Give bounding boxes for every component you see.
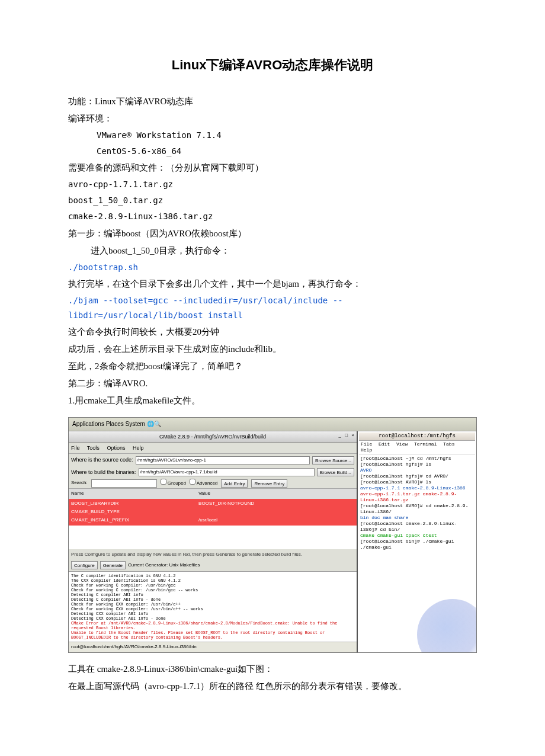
add-entry-button[interactable]: Add Entry	[221, 479, 248, 488]
configure-button[interactable]: Configure	[71, 561, 98, 569]
caption-tool-path: 工具在 cmake-2.8.9-Linux-i386\bin\cmake-gui…	[68, 661, 477, 677]
cmd-bjam: ./bjam --toolset=gcc --includedir=/usr/l…	[68, 293, 477, 323]
step1-time: 这个命令执行时间较长，大概要20分钟	[68, 324, 477, 340]
terminal-menubar[interactable]: File Edit View Terminal Tabs Help	[359, 441, 475, 454]
remove-entry-button[interactable]: Remove Entry	[251, 479, 287, 488]
menu-options[interactable]: Options	[107, 445, 125, 451]
file-avro: avro-cpp-1.7.1.tar.gz	[68, 177, 477, 192]
cache-table-header: Name Value	[69, 489, 357, 498]
col-name: Name	[71, 489, 198, 498]
grouped-checkbox[interactable]: Grouped	[161, 479, 186, 488]
menu-tools[interactable]: Tools	[87, 445, 100, 451]
env-vmware: VMware® Workstation 7.1.4	[68, 128, 477, 143]
gnome-panel: Applications Places System 🌐🔍	[69, 418, 476, 431]
step2: 第二步：编译AVRO.	[68, 376, 477, 392]
hint-text: Press Configure to update and display ne…	[69, 549, 357, 560]
status-bar: root@localhost:/mnt/hgfs/AVRO/cmake-2.8.…	[69, 642, 357, 652]
term-menu-terminal[interactable]: Terminal	[414, 441, 437, 447]
terminal-title: root@localhost:/mnt/hgfs	[359, 433, 475, 441]
cmake-title-text: CMake 2.8.9 - /mnt/hgfs/AVRO/nvrBuild/bu…	[159, 432, 266, 441]
window-controls[interactable]: _ □ ×	[339, 431, 355, 440]
browse-build-button[interactable]: Browse Build...	[317, 468, 354, 476]
table-row: CMAKE_BUILD_TYPE	[71, 508, 354, 516]
cmake-screenshot: Applications Places System 🌐🔍 CMake 2.8.…	[68, 417, 477, 653]
src-label: Where is the source code:	[71, 455, 133, 465]
generator-label: Current Generator: Unix Makefiles	[128, 561, 200, 569]
menu-file[interactable]: File	[71, 445, 80, 451]
prep-label: 需要准备的源码和文件：（分别从官网下载即可）	[68, 160, 477, 176]
term-menu-view[interactable]: View	[396, 441, 408, 447]
term-menu-file[interactable]: File	[361, 441, 372, 447]
advanced-checkbox[interactable]: Advanced	[190, 479, 217, 488]
terminal-window: root@localhost:/mnt/hgfs File Edit View …	[358, 431, 476, 652]
cmd-bootstrap: ./bootstrap.sh	[68, 260, 477, 275]
generate-button[interactable]: Generate	[100, 561, 126, 569]
func-line: 功能：Linux下编译AVRO动态库	[68, 94, 477, 110]
step1-result: 成功后，会在上述所示目录下生成对应的include和lib。	[68, 341, 477, 357]
term-menu-tabs[interactable]: Tabs	[443, 441, 454, 447]
term-menu-help[interactable]: Help	[361, 447, 372, 453]
file-cmake: cmake-2.8.9-Linux-i386.tar.gz	[68, 209, 477, 224]
terminal-body[interactable]: [root@localhost ~]# cd /mnt/hgfs [root@l…	[359, 454, 475, 651]
search-input[interactable]	[91, 479, 157, 488]
menu-help[interactable]: Help	[133, 445, 144, 451]
col-value: Value	[198, 489, 210, 498]
caption-red-error: 在最上面写源代码（avro-cpp-1.7.1）所在的路径 红色所示的部分表示有…	[68, 678, 477, 694]
browse-source-button[interactable]: Browse Source...	[312, 456, 354, 465]
cmake-gui-window: CMake 2.8.9 - /mnt/hgfs/AVRO/nvrBuild/bu…	[69, 431, 358, 652]
table-row: BOOST_LIBRARYDIRBOOST_DIR-NOTFOUND	[71, 499, 354, 508]
cmake-menubar[interactable]: File Tools Options Help	[69, 443, 357, 454]
step2a: 1.用cmake工具生成makefile文件。	[68, 393, 477, 409]
step1: 第一步：编译boost（因为AVRO依赖boost库）	[68, 226, 477, 242]
cmake-titlebar: CMake 2.8.9 - /mnt/hgfs/AVRO/nvrBuild/bu…	[69, 431, 357, 443]
doc-title: Linux下编译AVRO动态库操作说明	[68, 53, 477, 77]
step1-after: 执行完毕，在这个目录下会多出几个文件，其中一个是bjam，再执行命令：	[68, 276, 477, 292]
step1-enter: 进入boost_1_50_0目录，执行命令：	[68, 243, 477, 259]
step1-done: 至此，2条命令就把boost编译完了，简单吧？	[68, 358, 477, 374]
cmake-output: The C compiler identification is GNU 4.1…	[69, 571, 357, 642]
src-input[interactable]	[136, 456, 310, 465]
file-boost: boost_1_50_0.tar.gz	[68, 193, 477, 208]
table-row: CMAKE_INSTALL_PREFIX/usr/local	[71, 516, 354, 524]
env-centos: CentOS-5.6-x86_64	[68, 144, 477, 159]
bld-input[interactable]	[139, 468, 315, 476]
term-menu-edit[interactable]: Edit	[379, 441, 390, 447]
env-label: 编译环境：	[68, 111, 477, 127]
cache-rows[interactable]: BOOST_LIBRARYDIRBOOST_DIR-NOTFOUND CMAKE…	[69, 499, 357, 526]
cache-empty-area	[69, 526, 357, 549]
bld-label: Where to build the binaries:	[71, 467, 136, 477]
search-label: Search:	[71, 479, 88, 487]
